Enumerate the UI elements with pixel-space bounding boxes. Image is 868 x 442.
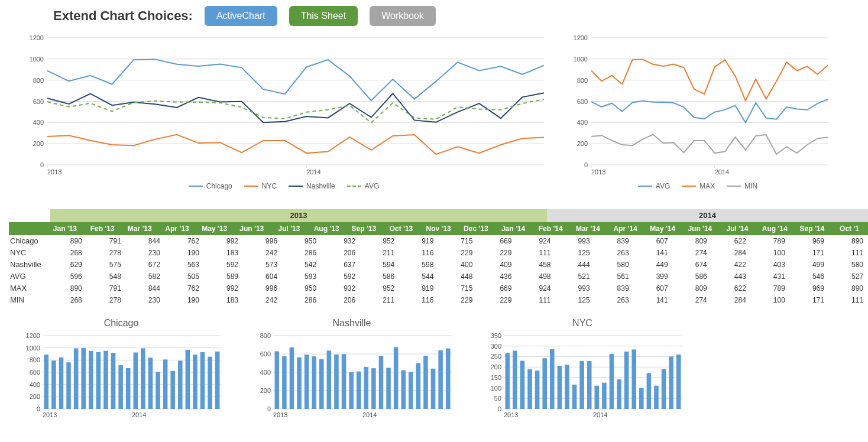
thissheet-button[interactable]: This Sheet — [289, 6, 358, 26]
svg-rect-100 — [379, 356, 384, 409]
table-cell: 969 — [790, 235, 829, 247]
svg-text:2013: 2013 — [43, 411, 57, 418]
table-cell: 582 — [126, 271, 165, 282]
bar-chart-nashville[interactable]: Nashville 020040060080020132014 — [248, 318, 455, 421]
svg-rect-73 — [215, 352, 220, 409]
svg-rect-69 — [186, 350, 190, 409]
svg-text:400: 400 — [577, 119, 588, 126]
svg-rect-150 — [669, 356, 673, 409]
svg-text:2013: 2013 — [47, 168, 61, 176]
svg-text:200: 200 — [577, 140, 588, 147]
bar-chart-chicago[interactable]: Chicago 02004006008001000120020132014 — [18, 318, 225, 421]
table-cell: 111 — [829, 247, 868, 259]
svg-rect-52 — [59, 358, 64, 409]
table-cell: 211 — [360, 247, 399, 259]
svg-rect-139 — [587, 361, 592, 409]
svg-rect-140 — [595, 386, 600, 409]
svg-rect-143 — [617, 379, 621, 409]
table-cell: 190 — [165, 294, 204, 306]
month-header: Jan '13 — [46, 222, 83, 235]
table-cell: 125 — [556, 294, 595, 306]
table-cell: 274 — [673, 294, 712, 306]
table-cell: 950 — [282, 282, 321, 294]
svg-text:350: 350 — [491, 332, 501, 339]
table-cell: 561 — [595, 271, 634, 282]
table-cell: 924 — [516, 235, 555, 247]
svg-text:1200: 1200 — [574, 34, 588, 41]
month-header: Aug '14 — [756, 222, 793, 235]
svg-text:1200: 1200 — [26, 332, 40, 339]
table-cell: 762 — [165, 282, 204, 294]
table-cell: 594 — [360, 259, 399, 271]
svg-text:200: 200 — [491, 363, 501, 370]
svg-rect-105 — [416, 363, 421, 409]
svg-rect-141 — [602, 383, 607, 409]
row-label: NYC — [9, 247, 48, 259]
legend-cities: ChicagoNYCNashvilleAVG — [18, 182, 550, 190]
table-cell: 449 — [634, 259, 673, 271]
table-cell: 111 — [516, 294, 555, 306]
workbook-button[interactable]: Workbook — [370, 6, 436, 26]
table-cell: 521 — [556, 271, 595, 282]
table-cell: 116 — [399, 294, 438, 306]
table-cell: 230 — [126, 294, 165, 306]
svg-text:150: 150 — [491, 374, 501, 381]
svg-rect-89 — [297, 358, 302, 409]
table-cell: 171 — [790, 247, 829, 259]
svg-text:400: 400 — [260, 369, 271, 376]
month-header: May '14 — [644, 222, 681, 235]
chart-title: Chicago — [18, 318, 225, 329]
table-cell: 890 — [829, 282, 868, 294]
month-header: Jul '14 — [718, 222, 756, 235]
svg-rect-133 — [542, 358, 547, 409]
line-chart-cities[interactable]: 02004006008001000120020132014 ChicagoNYC… — [18, 32, 550, 197]
svg-text:800: 800 — [30, 356, 40, 363]
month-header: Apr '14 — [607, 222, 644, 235]
month-header: Oct '1 — [831, 222, 868, 235]
table-row: MIN2682782301901832422862062111162292291… — [9, 294, 868, 306]
svg-rect-53 — [66, 362, 71, 409]
table-cell: 229 — [438, 294, 477, 306]
header: Extend Chart Choices: ActiveChart This S… — [0, 0, 868, 32]
svg-rect-60 — [118, 365, 123, 409]
svg-rect-92 — [319, 359, 324, 409]
activechart-button[interactable]: ActiveChart — [205, 6, 277, 26]
table-cell: 422 — [712, 259, 751, 271]
legend-item: AVG — [347, 182, 379, 190]
svg-rect-54 — [74, 348, 79, 409]
svg-text:2013: 2013 — [273, 411, 287, 418]
svg-rect-144 — [624, 352, 629, 409]
table-cell: 229 — [477, 294, 516, 306]
table-cell: 229 — [438, 247, 477, 259]
month-header: Mar '14 — [569, 222, 607, 235]
table-cell: 100 — [751, 294, 790, 306]
table-cell: 242 — [243, 247, 282, 259]
table-cell: 206 — [321, 294, 360, 306]
svg-rect-147 — [647, 373, 652, 409]
table-cell: 527 — [829, 271, 868, 282]
table-row: Nashville6295756725635925735426375945984… — [9, 259, 868, 271]
table-cell: 993 — [556, 282, 595, 294]
svg-text:800: 800 — [33, 77, 44, 84]
table-cell: 548 — [87, 271, 126, 282]
table-cell: 919 — [399, 235, 438, 247]
svg-rect-104 — [409, 372, 413, 409]
table-cell: 211 — [360, 294, 399, 306]
table-cell: 141 — [634, 294, 673, 306]
line-chart-stats[interactable]: 02004006008001000120020132014 AVGMAXMIN — [562, 32, 834, 197]
legend-stats: AVGMAXMIN — [562, 182, 834, 190]
table-cell: 607 — [634, 235, 673, 247]
svg-text:1000: 1000 — [26, 344, 40, 352]
svg-text:400: 400 — [30, 381, 40, 388]
table-cell: 629 — [48, 259, 87, 271]
table-cell: 996 — [243, 282, 282, 294]
month-header: Feb '13 — [84, 222, 121, 235]
svg-rect-96 — [349, 372, 354, 409]
svg-rect-61 — [126, 368, 131, 409]
table-cell: 399 — [634, 271, 673, 282]
table-cell: 111 — [516, 247, 555, 259]
svg-text:0: 0 — [267, 405, 271, 412]
bar-chart-nyc[interactable]: NYC 05010015020025030035020132014 — [479, 318, 686, 421]
svg-text:200: 200 — [33, 140, 44, 147]
table-cell: 672 — [126, 259, 165, 271]
